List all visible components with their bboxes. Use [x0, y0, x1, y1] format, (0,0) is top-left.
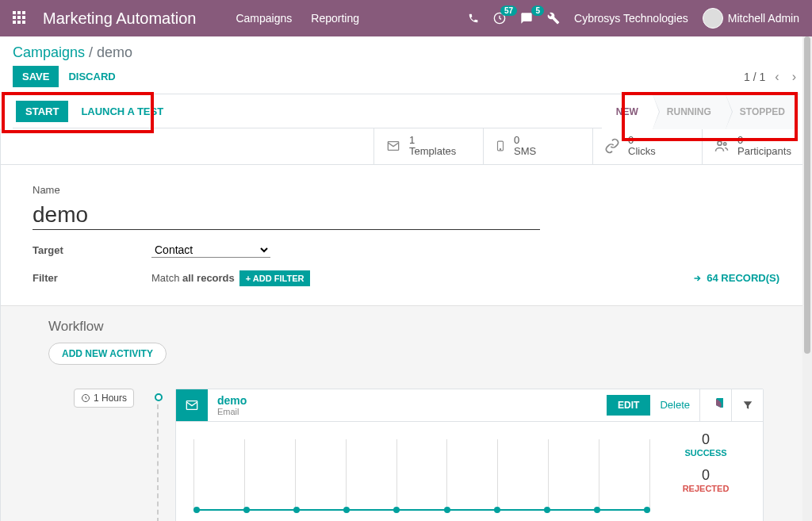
- filter-text: Match all records: [151, 272, 235, 284]
- success-count: 0: [658, 431, 753, 448]
- stat-buttons-row: 1Templates 0SMS 0Clicks 0Participants: [1, 128, 811, 165]
- phone-icon[interactable]: [468, 13, 479, 24]
- app-title: Marketing Automation: [43, 10, 196, 28]
- add-filter-button[interactable]: + ADD FILTER: [239, 270, 311, 286]
- timeline-line: [157, 404, 159, 521]
- name-label: Name: [33, 184, 779, 196]
- stat-sms[interactable]: 0SMS: [483, 128, 592, 164]
- pager-text: 1 / 1: [744, 71, 765, 83]
- add-activity-button[interactable]: ADD NEW ACTIVITY: [48, 343, 167, 365]
- launch-test-button[interactable]: LAUNCH A TEST: [71, 101, 173, 122]
- company-name[interactable]: Cybrosys Technologies: [574, 12, 688, 25]
- target-select[interactable]: Contact: [151, 243, 270, 258]
- svg-point-5: [724, 143, 726, 145]
- form-sheet: 1Templates 0SMS 0Clicks 0Participants: [0, 128, 812, 521]
- breadcrumb: Campaigns / demo: [13, 44, 799, 61]
- activity-card: demo Email EDIT Delete: [175, 389, 764, 521]
- timeline-dot-icon: [155, 393, 163, 401]
- link-icon: [604, 138, 620, 154]
- activity-delete-button[interactable]: Delete: [650, 394, 699, 416]
- success-label: SUCCESS: [658, 448, 753, 458]
- start-button[interactable]: START: [16, 101, 68, 122]
- time-badge[interactable]: 1 Hours: [74, 389, 134, 408]
- activity-type: Email: [217, 407, 597, 416]
- users-icon: [714, 138, 730, 154]
- workflow-section: Workflow ADD NEW ACTIVITY 1 Hours: [1, 305, 811, 521]
- apps-grid-icon[interactable]: [13, 11, 27, 25]
- filter-icon[interactable]: [731, 389, 763, 421]
- status-stopped[interactable]: STOPPED: [726, 94, 799, 129]
- user-menu[interactable]: Mitchell Admin: [703, 8, 799, 29]
- nav-campaigns[interactable]: Campaigns: [236, 12, 292, 25]
- stat-participants[interactable]: 0Participants: [702, 128, 811, 164]
- clock-badge: 57: [500, 6, 517, 16]
- pager-next-icon[interactable]: ›: [789, 70, 799, 84]
- top-navbar: Marketing Automation Campaigns Reporting…: [0, 0, 812, 36]
- status-new[interactable]: NEW: [602, 94, 653, 129]
- arrow-right-icon: [692, 274, 702, 283]
- vertical-scrollbar[interactable]: [802, 36, 812, 521]
- workflow-title: Workflow: [48, 319, 764, 335]
- svg-point-4: [718, 141, 722, 145]
- filter-label: Filter: [33, 272, 151, 284]
- discard-button[interactable]: DISCARD: [59, 66, 124, 87]
- user-name: Mitchell Admin: [728, 12, 799, 25]
- activity-email-icon: [176, 389, 208, 421]
- clock-small-icon: [81, 393, 90, 403]
- clock-icon[interactable]: 57: [493, 12, 506, 25]
- settings-icon[interactable]: [547, 12, 560, 25]
- nav-reporting[interactable]: Reporting: [311, 12, 359, 25]
- mobile-icon: [495, 138, 506, 154]
- envelope-icon: [385, 140, 401, 152]
- rejected-label: REJECTED: [658, 484, 753, 493]
- status-steps: NEW RUNNING STOPPED: [602, 94, 799, 128]
- stat-templates[interactable]: 1Templates: [373, 128, 483, 164]
- activity-chart: [186, 431, 658, 521]
- save-button[interactable]: SAVE: [13, 66, 59, 87]
- svg-point-3: [500, 149, 500, 150]
- statusbar: START LAUNCH A TEST NEW RUNNING STOPPED: [13, 94, 799, 128]
- target-label: Target: [33, 244, 151, 256]
- stat-clicks[interactable]: 0Clicks: [592, 128, 702, 164]
- user-avatar-icon: [703, 8, 723, 29]
- record-count-link[interactable]: 64 RECORD(S): [692, 272, 779, 284]
- chat-icon[interactable]: 5: [520, 12, 533, 25]
- activity-name[interactable]: demo: [217, 394, 597, 407]
- status-running[interactable]: RUNNING: [653, 94, 726, 129]
- pager-prev-icon[interactable]: ‹: [772, 70, 782, 84]
- pie-chart-icon[interactable]: [699, 389, 731, 421]
- chat-badge: 5: [531, 6, 544, 16]
- rejected-count: 0: [658, 467, 753, 484]
- breadcrumb-root[interactable]: Campaigns: [13, 44, 85, 60]
- name-input[interactable]: [33, 201, 540, 230]
- control-panel: Campaigns / demo SAVE DISCARD 1 / 1 ‹ › …: [0, 36, 812, 128]
- activity-edit-button[interactable]: EDIT: [607, 395, 650, 416]
- breadcrumb-current: demo: [97, 44, 132, 60]
